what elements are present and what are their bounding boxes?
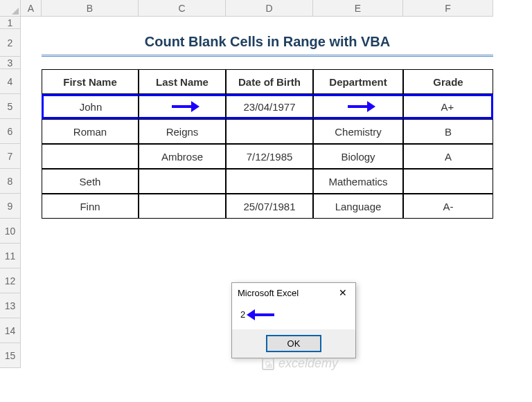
cell-D8[interactable] (226, 169, 313, 194)
row-header-3[interactable]: 3 (0, 57, 21, 69)
row-header-11[interactable]: 11 (0, 244, 21, 268)
msgbox-value: 2 (240, 309, 245, 320)
row-header-2[interactable]: 2 (0, 29, 21, 57)
row-header-9[interactable]: 9 (0, 194, 21, 219)
msgbox-title: Microsoft Excel (238, 288, 299, 298)
page-title: Count Blank Cells in Range with VBA (42, 29, 493, 57)
cell-C5[interactable] (139, 94, 226, 119)
cell-D5[interactable]: 23/04/1977 (226, 94, 313, 119)
cell-F8[interactable] (403, 169, 493, 194)
col-header-D[interactable]: D (226, 0, 313, 17)
col-header-C[interactable]: C (139, 0, 226, 17)
arrow-right-icon (172, 105, 193, 108)
cell-F7[interactable]: A (403, 144, 493, 169)
cell-D9[interactable]: 25/07/1981 (226, 194, 313, 219)
cell-C7[interactable]: Ambrose (139, 144, 226, 169)
th-department: Department (313, 69, 403, 94)
ok-button[interactable]: OK (266, 335, 321, 352)
col-header-E[interactable]: E (313, 0, 403, 17)
cell-E9[interactable]: Language (313, 194, 403, 219)
row-header-12[interactable]: 12 (0, 268, 21, 293)
cell-C8[interactable] (139, 169, 226, 194)
row-header-4[interactable]: 4 (0, 69, 21, 94)
cell-B8[interactable]: Seth (42, 169, 139, 194)
cell-E6[interactable]: Chemistry (313, 119, 403, 144)
row-header-10[interactable]: 10 (0, 219, 21, 244)
cell-D6[interactable] (226, 119, 313, 144)
cell-B9[interactable]: Finn (42, 194, 139, 219)
cell-C6[interactable]: Reigns (139, 119, 226, 144)
cell-D7[interactable]: 7/12/1985 (226, 144, 313, 169)
cell-B5[interactable]: John (42, 94, 139, 119)
cell-C9[interactable] (139, 194, 226, 219)
row-header-8[interactable]: 8 (0, 169, 21, 194)
row-header-6[interactable]: 6 (0, 119, 21, 144)
th-dob: Date of Birth (226, 69, 313, 94)
th-grade: Grade (403, 69, 493, 94)
select-all-corner[interactable] (0, 0, 21, 17)
cell-F9[interactable]: A- (403, 194, 493, 219)
row-header-14[interactable]: 14 (0, 318, 21, 343)
arrow-right-icon (348, 105, 369, 108)
th-first-name: First Name (42, 69, 139, 94)
close-icon[interactable]: ✕ (336, 287, 350, 298)
row-header-15[interactable]: 15 (0, 343, 21, 368)
row-header-7[interactable]: 7 (0, 144, 21, 169)
cell-F5[interactable]: A+ (403, 94, 493, 119)
row-header-13[interactable]: 13 (0, 293, 21, 318)
col-header-F[interactable]: F (403, 0, 493, 17)
cell-E7[interactable]: Biology (313, 144, 403, 169)
cell-B7[interactable] (42, 144, 139, 169)
th-last-name: Last Name (139, 69, 226, 94)
row-header-5[interactable]: 5 (0, 94, 21, 119)
message-box: Microsoft Excel ✕ 2 OK (231, 282, 356, 358)
cell-B6[interactable]: Roman (42, 119, 139, 144)
cell-F6[interactable]: B (403, 119, 493, 144)
cell-E8[interactable]: Mathematics (313, 169, 403, 194)
cell-E5[interactable] (313, 94, 403, 119)
row-header-1[interactable]: 1 (0, 17, 21, 29)
col-header-B[interactable]: B (42, 0, 139, 17)
col-header-A[interactable]: A (21, 0, 42, 17)
arrow-left-icon (254, 313, 274, 316)
